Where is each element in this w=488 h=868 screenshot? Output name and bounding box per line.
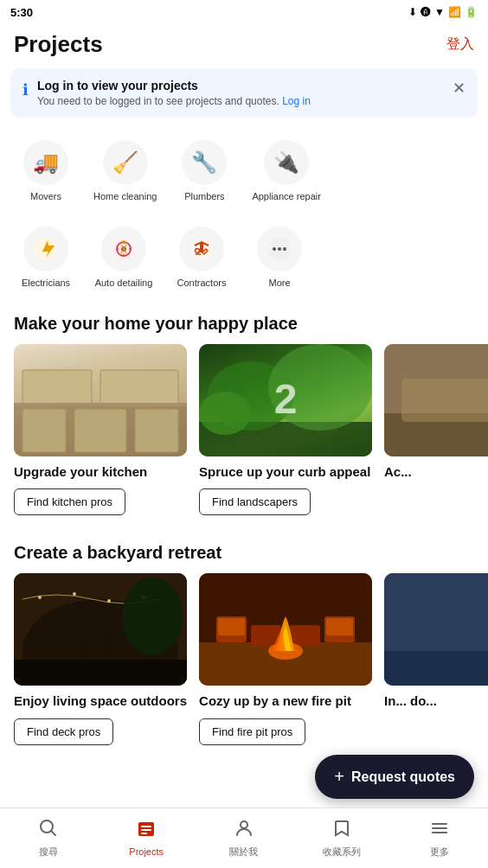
section2-cards: Enjoy living space outdoors Find deck pr…	[0, 573, 488, 745]
bottom-nav: 搜尋 Projects 關於我 收藏系列	[0, 807, 488, 868]
svg-point-35	[76, 631, 90, 645]
svg-point-9	[273, 247, 276, 251]
saved-nav-icon	[332, 819, 351, 843]
svg-rect-26	[401, 379, 488, 422]
auto-detailing-icon	[101, 227, 146, 271]
section2-title: Create a backyard retreat	[0, 529, 488, 573]
find-landscapers-button[interactable]: Find landscapers	[199, 488, 311, 515]
login-banner: ℹ Log in to view your projects You need …	[10, 68, 478, 118]
category-row-1: 🚚 Movers 🧹 Home cleaning 🔧 Plumbers 🔌 Ap…	[0, 126, 488, 213]
svg-rect-54	[141, 833, 147, 834]
svg-point-55	[241, 821, 247, 828]
section-backyard: Create a backyard retreat	[0, 529, 488, 745]
nav-saved[interactable]: 收藏系列	[292, 819, 390, 858]
firepit-card-title: Cozy up by a new fire pit	[199, 692, 372, 710]
firepit-image	[199, 573, 372, 686]
kitchen-image	[14, 344, 187, 456]
nav-more[interactable]: 更多	[390, 819, 488, 858]
nav-about-label: 關於我	[229, 846, 258, 858]
nav-search-label: 搜尋	[39, 846, 58, 858]
status-time: 5:30	[10, 6, 33, 19]
alert-icon: 🅐	[421, 6, 431, 18]
find-deck-pros-button[interactable]: Find deck pros	[14, 718, 113, 745]
svg-rect-44	[290, 625, 320, 647]
category-more[interactable]: More	[241, 220, 318, 296]
home-cleaning-label: Home cleaning	[93, 190, 157, 202]
download-icon: ⬇	[408, 6, 417, 18]
svg-rect-29	[14, 660, 187, 686]
card-garden: 2 Spruce up your curb appeal Find landsc…	[199, 344, 372, 516]
more-label: More	[268, 277, 290, 289]
svg-rect-17	[135, 409, 178, 452]
section-happy-home: Make your home your happy place Upgrade …	[0, 300, 488, 516]
movers-icon: 🚚	[23, 140, 68, 185]
status-bar: 5:30 ⬇ 🅐 ▼ 📶 🔋	[0, 0, 488, 24]
svg-point-37	[102, 629, 116, 642]
appliance-repair-icon: 🔌	[264, 140, 309, 185]
close-icon[interactable]: ✕	[453, 79, 466, 98]
nav-about[interactable]: 關於我	[196, 819, 293, 858]
svg-rect-52	[141, 826, 151, 827]
third-image	[384, 344, 488, 456]
category-home-cleaning[interactable]: 🧹 Home cleaning	[85, 133, 165, 209]
svg-text:2: 2	[274, 376, 298, 422]
more-nav-icon	[430, 819, 449, 843]
category-movers[interactable]: 🚚 Movers	[7, 133, 85, 209]
info-icon: ℹ	[22, 80, 29, 99]
banner-login-link[interactable]: Log in	[282, 95, 311, 107]
card-deck: Enjoy living space outdoors Find deck pr…	[14, 573, 187, 745]
category-appliance-repair[interactable]: 🔌 Appliance repair	[243, 133, 330, 209]
svg-point-30	[38, 596, 42, 599]
page-title: Projects	[14, 31, 103, 58]
category-auto-detailing[interactable]: Auto detailing	[85, 220, 163, 296]
electricians-icon	[23, 227, 68, 271]
nav-more-label: 更多	[430, 846, 449, 858]
card-kitchen: Upgrade your kitchen Find kitchen pros	[14, 344, 187, 516]
svg-point-31	[73, 592, 76, 596]
deck-card-title: Enjoy living space outdoors	[14, 692, 187, 710]
wifi-icon: ▼	[434, 6, 445, 18]
kitchen-card-title: Upgrade your kitchen	[14, 463, 187, 481]
status-icons: ⬇ 🅐 ▼ 📶 🔋	[408, 6, 478, 18]
category-electricians[interactable]: Electricians	[7, 220, 85, 296]
svg-rect-13	[22, 370, 92, 405]
nav-projects-label: Projects	[129, 846, 164, 857]
about-nav-icon	[234, 819, 254, 843]
svg-rect-36	[78, 644, 88, 660]
svg-point-10	[278, 247, 281, 251]
banner-text: Log in to view your projects You need to…	[37, 79, 444, 107]
find-firepit-pros-button[interactable]: Find fire pit pros	[199, 718, 305, 745]
nav-search[interactable]: 搜尋	[0, 819, 98, 858]
svg-rect-14	[100, 370, 178, 405]
svg-rect-49	[384, 651, 488, 686]
signal-icon: 📶	[448, 6, 461, 18]
header: Projects 登入	[0, 24, 488, 68]
deck-image	[14, 573, 187, 686]
category-contractors[interactable]: Contractors	[163, 220, 241, 296]
card-install: In... do...	[384, 573, 488, 745]
card-third: Ac...	[384, 344, 488, 516]
category-plumbers[interactable]: 🔧 Plumbers	[165, 133, 243, 209]
request-quotes-label: Request quotes	[351, 769, 455, 785]
find-kitchen-pros-button[interactable]: Find kitchen pros	[14, 488, 125, 515]
svg-point-11	[283, 247, 286, 251]
section1-title: Make your home your happy place	[0, 300, 488, 344]
third-card-title: Ac...	[384, 463, 488, 481]
login-button[interactable]: 登入	[446, 35, 474, 54]
svg-rect-38	[104, 641, 114, 657]
battery-icon: 🔋	[465, 6, 478, 18]
svg-rect-47	[326, 618, 353, 635]
install-image	[384, 573, 488, 686]
svg-rect-18	[14, 403, 187, 406]
nav-saved-label: 收藏系列	[323, 846, 361, 858]
plumbers-icon: 🔧	[182, 140, 227, 185]
svg-rect-46	[218, 618, 245, 635]
garden-card-title: Spruce up your curb appeal	[199, 463, 372, 481]
request-quotes-button[interactable]: + Request quotes	[315, 755, 474, 799]
contractors-label: Contractors	[177, 277, 227, 289]
nav-projects[interactable]: Projects	[98, 820, 196, 857]
svg-point-32	[107, 599, 111, 603]
plumbers-label: Plumbers	[184, 190, 224, 202]
install-card-title: In... do...	[384, 692, 488, 710]
svg-point-4	[122, 240, 125, 244]
